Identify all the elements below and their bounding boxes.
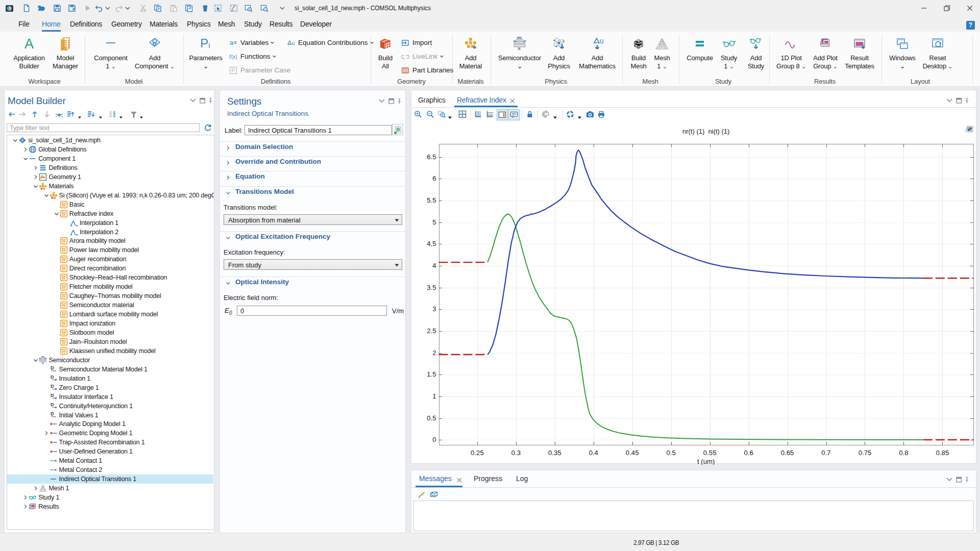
svg-text:0.7: 0.7 <box>821 449 830 457</box>
svg-text:a: a <box>230 39 234 46</box>
svg-text:0.4: 0.4 <box>589 449 598 457</box>
svg-text:4: 4 <box>432 262 436 269</box>
svg-text:P: P <box>39 358 40 360</box>
svg-text:D: D <box>51 384 54 389</box>
svg-text:P: P <box>45 358 47 360</box>
svg-text:0.25: 0.25 <box>471 449 484 457</box>
svg-text:4.5: 4.5 <box>427 240 436 247</box>
svg-text:3: 3 <box>432 305 436 313</box>
svg-text:D: D <box>51 393 54 398</box>
svg-text:2.5: 2.5 <box>427 327 436 335</box>
svg-text:u: u <box>292 40 295 46</box>
svg-text:0.3: 0.3 <box>511 449 521 457</box>
svg-text:0.55: 0.55 <box>703 449 717 457</box>
svg-text:Me: Me <box>41 356 45 358</box>
svg-text:D: D <box>51 402 54 407</box>
svg-text:(x): (x) <box>231 54 237 60</box>
svg-text:1: 1 <box>432 392 436 400</box>
svg-text:6.5: 6.5 <box>427 153 436 161</box>
svg-text:3.5: 3.5 <box>427 284 436 291</box>
svg-text:P: P <box>231 67 235 73</box>
svg-text:1.5: 1.5 <box>427 370 436 378</box>
svg-text:0.45: 0.45 <box>626 449 639 457</box>
svg-text:0.65: 0.65 <box>781 449 794 457</box>
svg-text:6: 6 <box>432 174 436 182</box>
svg-text:0.85: 0.85 <box>936 449 949 457</box>
svg-text:P: P <box>513 40 516 43</box>
svg-text:0.75: 0.75 <box>859 449 872 457</box>
svg-text:Pi: Pi <box>200 37 210 50</box>
svg-text:0.35: 0.35 <box>548 449 561 457</box>
svg-text:0.6: 0.6 <box>744 449 753 457</box>
svg-text:0.5: 0.5 <box>427 414 436 422</box>
svg-text:0: 0 <box>432 436 436 443</box>
svg-text:t (um): t (um) <box>697 458 715 465</box>
svg-text:D: D <box>51 411 54 416</box>
svg-text:nr(t) (1) ni(t) (1): nr(t) (1) ni(t) (1) <box>682 128 729 135</box>
svg-text:D: D <box>51 365 54 370</box>
svg-text:u: u <box>600 37 604 45</box>
svg-text:5.5: 5.5 <box>427 196 436 204</box>
svg-text:A: A <box>24 37 34 51</box>
svg-text:5: 5 <box>432 218 436 226</box>
svg-text:D: D <box>51 374 54 380</box>
svg-text:0.5: 0.5 <box>667 449 676 457</box>
svg-text:0.8: 0.8 <box>899 449 908 457</box>
svg-text:Me: Me <box>517 37 522 39</box>
svg-text:N: N <box>518 47 520 51</box>
svg-text:N: N <box>42 362 44 364</box>
svg-text:2: 2 <box>432 349 436 357</box>
svg-text:P: P <box>524 40 526 43</box>
